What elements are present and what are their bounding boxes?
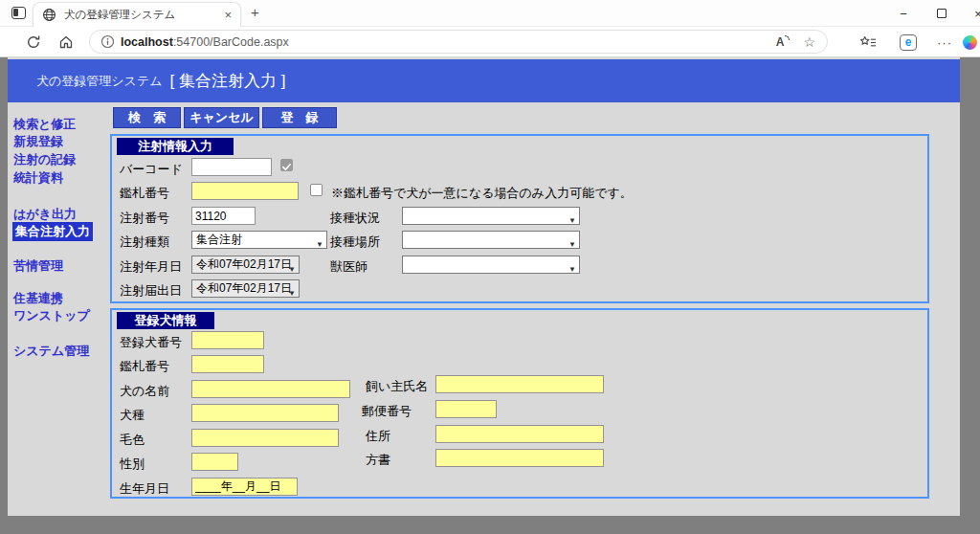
barcode-input[interactable] <box>191 158 272 176</box>
sidebar-item-postcard[interactable]: はがき出力 <box>13 206 77 223</box>
search-button[interactable]: 検 索 <box>113 107 181 128</box>
ie-mode-icon: e <box>900 34 917 51</box>
vaccination-place-select[interactable]: ▼ <box>402 231 580 249</box>
address2-input[interactable] <box>435 449 604 467</box>
owner-name-input[interactable] <box>435 375 604 393</box>
favorite-star-icon[interactable]: ☆ <box>803 34 815 50</box>
sidebar-item-onestop[interactable]: ワンストップ <box>13 307 90 324</box>
window-maximize-button[interactable] <box>928 0 955 27</box>
chevron-down-icon: ▼ <box>568 212 576 229</box>
settings-more-button[interactable]: ··· <box>936 33 953 51</box>
ie-mode-button[interactable]: e <box>900 33 917 51</box>
dog-section-title: 登録犬情報 <box>117 312 214 329</box>
injection-number-input[interactable] <box>191 207 256 225</box>
register-button[interactable]: 登 録 <box>262 107 337 128</box>
sex-input[interactable] <box>191 453 238 471</box>
birth-date-input[interactable] <box>191 478 298 496</box>
site-info-icon[interactable] <box>100 34 115 49</box>
license-input[interactable] <box>191 182 299 200</box>
maximize-icon <box>937 9 947 18</box>
browser-titlebar: 犬の登録管理システム × + − × <box>0 0 980 27</box>
sidebar-item-new-register[interactable]: 新規登録 <box>13 133 63 150</box>
tab-close-icon[interactable]: × <box>224 8 232 22</box>
dog-breed-input[interactable] <box>191 404 339 422</box>
report-date-label: 注射届出日 <box>120 282 182 300</box>
injection-number-label: 注射番号 <box>120 210 169 227</box>
sidebar-item-juki-link[interactable]: 住基連携 <box>13 290 63 307</box>
url-host: localhost <box>121 35 173 49</box>
page-title: [ 集合注射入力 ] <box>170 70 286 92</box>
address2-label: 方書 <box>366 452 390 469</box>
sidebar-item-complaints[interactable]: 苦情管理 <box>13 257 63 275</box>
barcode-label: バーコード <box>120 161 183 178</box>
sidebar-item-group-injection[interactable]: 集合注射入力 <box>12 222 93 241</box>
dog-reg-number-label: 登録犬番号 <box>120 334 182 351</box>
address-label: 住所 <box>366 428 390 445</box>
favorites-button[interactable] <box>859 33 877 51</box>
injection-date-value: 令和07年02月17日 <box>196 257 292 271</box>
fur-color-input[interactable] <box>191 429 339 447</box>
dog-license-label: 鑑札番号 <box>120 358 169 375</box>
dog-reg-number-input[interactable] <box>191 331 264 349</box>
report-date-select[interactable]: 令和07年02月17日▼ <box>191 279 300 298</box>
address-input[interactable] <box>435 425 604 443</box>
sidebar-item-search-edit[interactable]: 検索と修正 <box>13 116 76 133</box>
refresh-icon <box>26 34 41 50</box>
system-name: 犬の登録管理システム <box>36 73 163 90</box>
check-icon <box>281 162 292 172</box>
app-header: 犬の登録管理システム [ 集合注射入力 ] <box>8 59 960 102</box>
birth-date-label: 生年月日 <box>120 480 169 498</box>
license-checkbox[interactable] <box>310 184 323 196</box>
read-aloud-button[interactable]: A <box>776 35 791 49</box>
dog-breed-label: 犬種 <box>120 407 145 424</box>
chevron-down-icon: ▼ <box>568 261 576 278</box>
fur-color-label: 毛色 <box>120 432 145 449</box>
sidebar-item-system-admin[interactable]: システム管理 <box>13 343 89 360</box>
veterinarian-label: 獣医師 <box>330 258 368 276</box>
license-label: 鑑札番号 <box>120 185 169 202</box>
tab-actions-icon-fill <box>13 9 18 16</box>
owner-name-label: 飼い主氏名 <box>366 378 428 395</box>
chevron-down-icon: ▼ <box>288 285 296 301</box>
vaccination-status-label: 接種状況 <box>330 210 380 227</box>
home-icon <box>58 34 74 50</box>
window-close-button[interactable]: × <box>965 0 980 27</box>
url-text[interactable]: localhost:54700/BarCode.aspx <box>121 35 289 49</box>
chevron-down-icon: ▼ <box>316 236 323 253</box>
chevron-down-icon: ▼ <box>288 261 296 278</box>
read-aloud-arc <box>785 35 790 40</box>
sidebar-item-injection-log[interactable]: 注射の記録 <box>13 151 76 168</box>
injection-type-select[interactable]: 集合注射▼ <box>191 231 327 249</box>
vaccination-status-select[interactable]: ▼ <box>402 207 580 225</box>
vaccination-place-label: 接種場所 <box>330 234 380 251</box>
globe-favicon-icon <box>42 8 56 22</box>
url-path: :54700/BarCode.aspx <box>173 35 289 49</box>
tab-actions-icon[interactable] <box>11 7 26 19</box>
postal-code-input[interactable] <box>435 400 497 418</box>
page-content: 犬の登録管理システム [ 集合注射入力 ] 検索と修正 新規登録 注射の記録 統… <box>8 57 960 516</box>
new-tab-button[interactable]: + <box>251 4 259 20</box>
injection-section-title: 注射情報入力 <box>117 138 234 155</box>
browser-tab[interactable]: 犬の登録管理システム × <box>33 2 241 27</box>
report-date-value: 令和07年02月17日 <box>196 281 292 295</box>
barcode-checkbox[interactable] <box>280 159 293 171</box>
favorites-hub-icon <box>859 35 877 50</box>
sex-label: 性別 <box>120 456 145 473</box>
injection-type-value: 集合注射 <box>196 233 242 246</box>
home-button[interactable] <box>57 33 75 51</box>
copilot-button[interactable] <box>961 33 978 51</box>
dog-name-input[interactable] <box>191 380 350 398</box>
chevron-down-icon: ▼ <box>568 236 576 253</box>
browser-toolbar: localhost:54700/BarCode.aspx A ☆ e ··· <box>0 27 980 57</box>
tab-title: 犬の登録管理システム <box>64 8 224 22</box>
dog-name-label: 犬の名前 <box>120 383 169 400</box>
refresh-button[interactable] <box>25 33 42 51</box>
read-aloud-letter: A <box>776 35 785 49</box>
address-bar[interactable]: localhost:54700/BarCode.aspx A ☆ <box>89 30 828 54</box>
veterinarian-select[interactable]: ▼ <box>402 256 580 274</box>
sidebar-item-statistics[interactable]: 統計資料 <box>13 169 63 187</box>
dog-license-input[interactable] <box>191 355 264 373</box>
cancel-button[interactable]: キャンセル <box>184 107 259 128</box>
injection-date-select[interactable]: 令和07年02月17日▼ <box>191 256 300 274</box>
window-minimize-button[interactable]: − <box>890 0 917 27</box>
